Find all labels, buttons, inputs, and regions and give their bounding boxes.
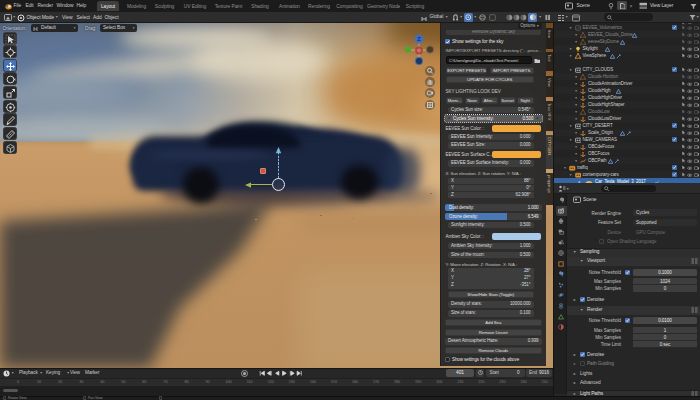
svg-text:Z: Z (417, 36, 421, 42)
